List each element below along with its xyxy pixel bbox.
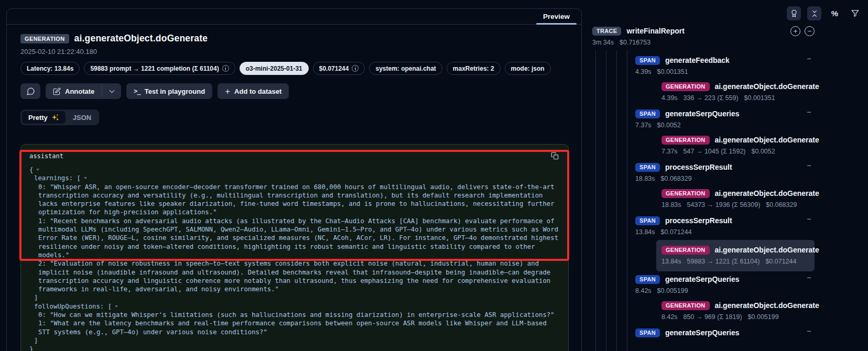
collapse-chevron-icon[interactable] [84, 177, 87, 179]
annotate-dropdown-button[interactable] [102, 83, 121, 99]
span-badge: SPAN [635, 56, 660, 65]
span-row[interactable]: SPAN generateFeedback − [635, 53, 815, 67]
span-row[interactable]: SPAN generateSerpQueries − [635, 107, 815, 120]
collapse-all-icon[interactable]: − [805, 26, 815, 36]
plus-icon: + [225, 87, 230, 96]
metadata-badges: Latency: 13.84s 59883 prompt → 1221 comp… [20, 62, 569, 75]
generation-row[interactable]: GENERATION ai.generateObject.doGenerate [661, 187, 815, 200]
json-line-followup: followUpQuestions: [ [29, 302, 560, 311]
tree-guide-line [606, 50, 606, 351]
test-in-playground-button[interactable]: >_ Test in playground [126, 83, 212, 99]
span-node: SPAN generateSerpQueries − 7.37s $0.0052… [635, 107, 815, 156]
tree-guide-line [595, 50, 596, 351]
info-icon[interactable]: i [352, 65, 359, 72]
span-row[interactable]: SPAN processSerpResult − [635, 160, 815, 174]
terminal-icon: >_ [134, 87, 140, 95]
assistant-output-card: assistant { learnings: [ 0: "Whisper ASR… [20, 144, 569, 351]
collapse-node-icon[interactable]: − [807, 54, 811, 62]
span-badge: SPAN [635, 216, 660, 225]
assistant-card-header: assistant [29, 151, 560, 161]
span-node: SPAN processSerpResult − 13.84s $0.07124… [635, 214, 815, 271]
sparkles-icon [51, 114, 59, 122]
json-learning-item: 0: "Whisper ASR, an open-source encoder–… [29, 183, 560, 217]
generation-node: GENERATION ai.generateObject.doGenerate … [661, 187, 815, 210]
span-row[interactable]: SPAN generateSerpQueries − [635, 272, 815, 286]
tree-guide-line [616, 50, 617, 351]
collapse-chevron-icon[interactable] [36, 169, 39, 171]
tree-toolbar: % [787, 6, 862, 20]
percent-icon: % [831, 9, 838, 18]
span-row[interactable]: SPAN generateSerpQueries − [635, 326, 815, 339]
annotate-button[interactable]: Annotate [46, 83, 102, 99]
annotate-button-group: Annotate [46, 83, 121, 99]
generation-badge: GENERATION [661, 246, 710, 255]
generation-node-selected: GENERATION ai.generateObject.doGenerate … [656, 240, 815, 271]
trace-metrics: 3m 34s $0.716753 [592, 38, 815, 47]
span-badge: SPAN [635, 328, 660, 337]
collapse-node-icon[interactable]: − [807, 215, 811, 223]
json-line: ] [29, 293, 560, 302]
collapse-all-button[interactable] [807, 6, 821, 20]
span-node: SPAN generateSerpQueries − [635, 326, 815, 339]
json-line-learnings: learnings: [ [29, 174, 560, 182]
mode-badge: mode: json [505, 62, 551, 75]
comment-button[interactable] [20, 83, 40, 99]
generation-badge: GENERATION [661, 136, 710, 145]
span-tree: SPAN generateFeedback − 4.39s $0.001351 … [635, 53, 815, 339]
observation-detail: GENERATION ai.generateObject.doGenerate … [7, 25, 581, 351]
edit-pencil-icon [53, 87, 61, 95]
model-badge[interactable]: o3-mini-2025-01-31 [240, 62, 309, 75]
collapse-node-icon[interactable]: − [807, 161, 811, 169]
panel-tab-bar: Preview [7, 9, 581, 25]
tab-preview-label: Preview [543, 13, 570, 20]
trace-root-actions: + − [790, 26, 815, 36]
info-icon[interactable]: i [222, 65, 229, 72]
trace-tree-panel: % TRACE writeFinalReport + − 3m 34s $0.7… [587, 0, 868, 351]
award-icon [790, 9, 798, 18]
latency-badge: Latency: 13.84s [20, 62, 80, 75]
page-title: ai.generateObject.doGenerate [74, 33, 208, 44]
filter-button[interactable] [848, 6, 862, 20]
copy-button[interactable] [550, 151, 560, 161]
tab-pretty[interactable]: Pretty [22, 111, 66, 124]
generation-row[interactable]: GENERATION ai.generateObject.doGenerate [661, 243, 810, 257]
generation-row[interactable]: GENERATION ai.generateObject.doGenerate [661, 299, 815, 312]
generation-badge: GENERATION [661, 301, 710, 310]
collapse-chevron-icon[interactable] [115, 305, 118, 308]
expand-all-icon[interactable]: + [790, 26, 800, 36]
copy-icon [551, 152, 559, 160]
collapse-node-icon[interactable]: − [807, 327, 811, 335]
generation-row[interactable]: GENERATION ai.generateObject.doGenerate [661, 133, 815, 147]
max-retries-badge: maxRetries: 2 [447, 62, 501, 75]
json-followup-item: 0: "How can we mitigate Whisper's limita… [29, 311, 560, 319]
generation-row[interactable]: GENERATION ai.generateObject.doGenerate [661, 80, 815, 93]
observation-type-badge: GENERATION [20, 34, 69, 43]
system-badge: system: openai.chat [369, 62, 442, 75]
json-pretty-view: { learnings: [ 0: "Whisper ASR, an open-… [29, 166, 560, 351]
generation-node: GENERATION ai.generateObject.doGenerate … [661, 80, 815, 103]
trace-name: writeFinalReport [626, 27, 684, 35]
tree-guide-line [627, 50, 627, 351]
json-line: { [29, 166, 560, 174]
span-badge: SPAN [635, 163, 660, 172]
annotations-toggle-button[interactable] [787, 6, 801, 20]
span-node: SPAN generateSerpQueries − 8.42s $0.0051… [635, 272, 815, 322]
collapse-node-icon[interactable]: − [807, 273, 811, 281]
span-row[interactable]: SPAN processSerpResult − [635, 214, 815, 227]
json-learning-item: 2: "Evaluation of noise robustness in sp… [29, 259, 560, 293]
span-node: SPAN generateFeedback − 4.39s $0.001351 … [635, 53, 815, 103]
add-to-dataset-button[interactable]: + Add to dataset [218, 83, 289, 99]
observation-panel: Preview GENERATION ai.generateObject.doG… [6, 8, 582, 351]
span-badge: SPAN [635, 109, 660, 118]
show-metrics-button[interactable]: % [828, 6, 842, 20]
generation-badge: GENERATION [661, 82, 710, 91]
token-usage-badge: 59883 prompt → 1221 completion (Σ 61104)… [84, 62, 235, 75]
trace-root-node[interactable]: TRACE writeFinalReport + − 3m 34s $0.716… [592, 24, 815, 47]
span-node: SPAN processSerpResult − 18.83s $0.06832… [635, 160, 815, 210]
tab-preview[interactable]: Preview [534, 9, 579, 24]
tab-json[interactable]: JSON [67, 111, 97, 124]
chevron-down-icon [109, 88, 114, 93]
collapse-node-icon[interactable]: − [807, 108, 811, 116]
view-format-toggle: Pretty JSON [20, 109, 99, 125]
generation-node: GENERATION ai.generateObject.doGenerate … [661, 133, 815, 156]
